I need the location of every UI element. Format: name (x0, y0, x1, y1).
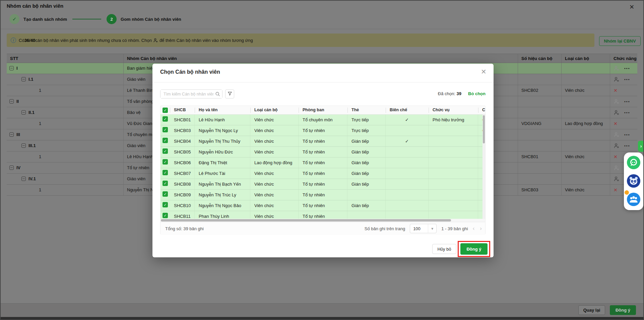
staff-name: Nguyễn Thị Bạch Yến (195, 179, 250, 189)
staff-department: Tổ tự nhiên (299, 190, 347, 200)
staff-type: Lao động hợp đồng (561, 118, 610, 129)
staff-position (429, 125, 478, 136)
collapse-icon[interactable] (21, 143, 26, 148)
page-size-select[interactable]: 100 ▼ (410, 224, 437, 233)
next-page-icon[interactable]: › (480, 225, 482, 232)
banner-text-prefix: Có (19, 38, 24, 43)
confirm-button[interactable]: Đồng ý (460, 243, 488, 255)
person-add-icon[interactable] (614, 110, 620, 116)
staff-row[interactable]: ✓SHCB04Nguyễn Thị Thu ThủyViên chứcTổ tự… (160, 136, 485, 147)
staff-table-body: ✓SHCB01Lê Hữu HạnhViên chứcTổ chuyên môn… (160, 115, 485, 219)
person-add-icon[interactable] (614, 65, 620, 71)
staff-row[interactable]: ✓SHCB01Lê Hữu HạnhViên chứcTổ chuyên môn… (160, 115, 485, 125)
row-checkbox[interactable]: ✓ (163, 170, 168, 175)
more-actions-icon[interactable]: ••• (624, 74, 630, 85)
person-add-icon[interactable] (614, 132, 620, 138)
remove-icon[interactable]: ✕ (614, 118, 618, 129)
staff-row[interactable]: ✓SHCB08Nguyễn Thị Bạch YếnViên chứcTổ tự… (160, 179, 485, 190)
search-input[interactable] (160, 90, 222, 98)
staff-type: Viên chức (561, 151, 610, 162)
collapse-icon[interactable] (21, 110, 26, 115)
staff-row[interactable]: ✓SHCB05Nguyễn Hữu ĐứcViên chứcTổ tự nhiê… (160, 147, 485, 157)
expand-panel-tab[interactable]: › (638, 141, 644, 152)
vertical-scrollbar[interactable] (482, 115, 485, 219)
row-checkbox[interactable]: ✓ (163, 127, 168, 132)
deselect-link[interactable]: Bỏ chọn (468, 91, 486, 96)
row-checkbox[interactable]: ✓ (163, 138, 168, 143)
staff-code: VDGIANG (518, 118, 561, 129)
collapse-icon[interactable] (9, 166, 14, 170)
col-shcb: SHCB (170, 106, 195, 114)
staff-card: Gián tiếp (347, 157, 386, 168)
staff-type: Viên chức (250, 115, 299, 125)
page-close-icon[interactable]: ✕ (629, 3, 634, 11)
staff-code: SHCB03 (518, 185, 561, 195)
prev-page-icon[interactable]: ‹ (473, 225, 475, 232)
remove-icon[interactable]: ✕ (614, 185, 618, 195)
staff-shcb: SHCB11 (170, 211, 195, 219)
staff-department: Tổ chuyên môn (299, 115, 347, 125)
person-add-icon[interactable] (614, 165, 620, 171)
collapse-icon[interactable] (9, 66, 14, 70)
staff-row[interactable]: ✓SHCB07Lê Phước TàiViên chứcTổ tự nhiênG… (160, 168, 485, 179)
select-all-checkbox[interactable]: ✓ (163, 108, 168, 113)
collapse-icon[interactable] (21, 77, 26, 81)
staff-type: Lao động hợp đồng (250, 157, 299, 168)
horizontal-scrollbar[interactable] (160, 219, 485, 222)
staff-card (347, 211, 386, 219)
staff-table: ✓ SHCB Họ và tên Loại cán bộ Phòng ban T… (160, 106, 486, 235)
staff-shcb: SHCB09 (170, 190, 195, 200)
more-actions-icon[interactable]: ••• (624, 96, 630, 107)
regroup-button[interactable]: Nhóm lại CBNV (599, 36, 641, 46)
group-table-header: STT Nhóm Cán bộ nhân viên Số hiệu cán bộ… (7, 54, 637, 63)
col-card: Thẻ (347, 106, 386, 114)
collapse-icon[interactable] (9, 99, 14, 104)
staff-row[interactable]: ✓SHCB06Đặng Thị ThiệtLao động hợp đồngTổ… (160, 157, 485, 168)
staff-type: Viên chức (250, 200, 299, 211)
row-index: 1 (39, 88, 41, 93)
more-actions-icon[interactable]: ••• (624, 107, 630, 118)
staff-type: Viên chức (561, 185, 610, 195)
staff-type (561, 96, 610, 107)
cancel-button[interactable]: Hủy bỏ (432, 244, 456, 254)
staff-row[interactable]: ✓SHCB03Nguyễn Thị Ngọc LyViên chứcTổ tự … (160, 125, 485, 136)
row-checkbox[interactable]: ✓ (163, 116, 168, 122)
more-actions-icon[interactable]: ••• (624, 63, 630, 74)
modal-close-icon[interactable]: ✕ (481, 68, 487, 76)
remove-icon[interactable]: ✕ (614, 85, 618, 96)
row-checkbox[interactable]: ✓ (163, 191, 168, 197)
staff-card: Trực tiếp (347, 115, 386, 125)
remove-icon[interactable]: ✕ (614, 151, 618, 162)
person-add-icon[interactable] (614, 99, 620, 105)
col-group-name: Nhóm Cán bộ nhân viên (123, 54, 518, 63)
staff-row[interactable]: ✓SHCB09Nguyễn Thị Trúc LyViên chứcTổ tự … (160, 190, 485, 200)
page-confirm-button[interactable]: Đồng ý (610, 305, 636, 315)
select-staff-modal: Chọn Cán bộ nhân viên ✕ Đã chọn: 39 Bỏ c… (152, 64, 494, 257)
collapse-icon[interactable] (21, 177, 26, 181)
tenure-check-icon (386, 157, 429, 168)
chat-assistant-icon[interactable] (627, 156, 640, 169)
back-button[interactable]: Quay lại (578, 305, 605, 315)
row-checkbox[interactable]: ✓ (163, 213, 168, 218)
more-actions-icon[interactable]: ••• (624, 129, 630, 140)
row-index: IV (16, 165, 20, 170)
collapse-icon[interactable] (9, 132, 14, 137)
filter-button[interactable] (225, 89, 234, 99)
bottom-strip (0, 317, 644, 320)
person-add-icon[interactable] (614, 143, 620, 149)
person-add-icon[interactable] (614, 76, 620, 82)
row-checkbox[interactable]: ✓ (163, 202, 168, 207)
panda-assistant-icon[interactable] (627, 174, 640, 188)
row-index: 1 (39, 154, 41, 159)
staff-row[interactable]: ✓SHCB11Phan Thùy LinhViên chứcTổ tự nhiê… (160, 211, 485, 219)
row-checkbox[interactable]: ✓ (163, 159, 168, 165)
row-index: III (16, 132, 20, 137)
community-group-icon[interactable] (627, 193, 640, 206)
more-actions-icon[interactable]: ••• (624, 140, 630, 151)
person-add-icon[interactable] (614, 176, 620, 182)
row-checkbox[interactable]: ✓ (163, 148, 168, 154)
staff-shcb: SHCB04 (170, 136, 195, 146)
staff-type: Viên chức (250, 211, 299, 219)
row-checkbox[interactable]: ✓ (163, 181, 168, 186)
staff-row[interactable]: ✓SHCB10Nguyễn Thị Ngọc BảoViên chứcTổ tự… (160, 200, 485, 211)
